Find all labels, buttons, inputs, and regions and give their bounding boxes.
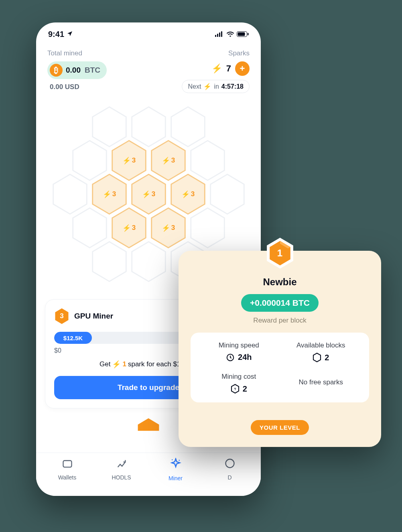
- level-card: 1 Newbie +0.000014 BTC Reward per block …: [179, 251, 381, 447]
- hexagon-icon: [313, 353, 321, 362]
- bolt-icon: ⚡: [103, 190, 111, 199]
- svg-point-10: [225, 459, 234, 468]
- miner-level-badge: 3: [54, 308, 69, 325]
- svg-rect-1: [217, 34, 218, 37]
- bolt-icon: ⚡: [211, 63, 222, 74]
- stat-mining-speed: Mining speed 24h: [198, 341, 280, 362]
- bolt-icon: ⚡: [181, 190, 190, 199]
- bolt-icon: ⚡: [122, 156, 131, 165]
- svg-point-9: [179, 460, 180, 461]
- sparks-label: Sparks: [228, 49, 250, 57]
- battery-icon: [237, 30, 249, 39]
- tab-miner[interactable]: Miner: [158, 458, 194, 485]
- tab-wallets[interactable]: Wallets: [49, 458, 85, 485]
- tab-d[interactable]: D: [212, 458, 248, 485]
- cellular-icon: [215, 30, 224, 39]
- bitcoin-icon: ₿: [50, 64, 63, 77]
- hex-empty[interactable]: [90, 240, 128, 283]
- tab-bar: Wallets HODLS Miner D: [36, 453, 261, 496]
- add-sparks-button[interactable]: +: [235, 61, 250, 76]
- sparkle-icon: [170, 458, 182, 473]
- next-spark-pill: Next ⚡ in 4:57:18: [182, 80, 250, 93]
- svg-rect-5: [238, 32, 245, 36]
- your-level-button[interactable]: YOUR LEVEL: [251, 420, 309, 435]
- tab-hodls[interactable]: HODLS: [104, 458, 140, 485]
- svg-point-8: [172, 459, 173, 461]
- status-time: 9:41: [48, 30, 64, 39]
- clock-icon: [226, 353, 235, 362]
- svg-rect-7: [63, 461, 71, 467]
- bolt-icon: ⚡: [112, 360, 121, 369]
- total-mined-label: Total mined: [47, 49, 107, 57]
- btc-balance-pill[interactable]: ₿ 0.00 BTC: [47, 61, 107, 79]
- status-bar: 9:41: [36, 22, 261, 41]
- bolt-hexagon-icon: [231, 384, 240, 394]
- btc-unit: BTC: [85, 66, 100, 75]
- svg-rect-0: [215, 35, 216, 37]
- miner-name: GPU Miner: [74, 312, 113, 321]
- bolt-icon: ⚡: [162, 224, 170, 232]
- stat-mining-cost: Mining cost 2: [198, 373, 280, 394]
- circle-icon: [224, 458, 236, 472]
- sparks-count: 7: [226, 63, 231, 74]
- bolt-icon: ⚡: [122, 224, 131, 232]
- next-level-peek[interactable]: [136, 417, 160, 430]
- balance-header: Total mined ₿ 0.00 BTC 0.00 USD Sparks ⚡…: [36, 41, 261, 93]
- reward-pill: +0.000014 BTC: [191, 294, 369, 312]
- chart-up-icon: [116, 458, 127, 472]
- level-title: Newbie: [191, 276, 369, 288]
- btc-amount: 0.00: [66, 66, 81, 75]
- stat-free-sparks: No free sparks: [280, 373, 362, 394]
- stats-panel: Mining speed 24h Available blocks 2 Mini…: [191, 333, 369, 402]
- level-badge: 1: [266, 237, 294, 269]
- reward-sub: Reward per block: [191, 317, 369, 325]
- location-icon: [67, 30, 73, 39]
- svg-rect-2: [219, 32, 220, 37]
- bolt-icon: ⚡: [203, 83, 211, 90]
- usd-amount: 0.00 USD: [47, 83, 107, 91]
- svg-rect-6: [248, 33, 249, 35]
- hex-empty[interactable]: [130, 240, 168, 283]
- bolt-icon: ⚡: [162, 156, 170, 165]
- wifi-icon: [226, 30, 234, 39]
- bolt-icon: ⚡: [142, 190, 150, 199]
- progress-fill: $12.5K: [54, 332, 92, 344]
- wallet-icon: [62, 458, 73, 472]
- svg-rect-3: [221, 31, 222, 37]
- stat-available-blocks: Available blocks 2: [280, 341, 362, 362]
- next-spark-time: 4:57:18: [221, 83, 244, 90]
